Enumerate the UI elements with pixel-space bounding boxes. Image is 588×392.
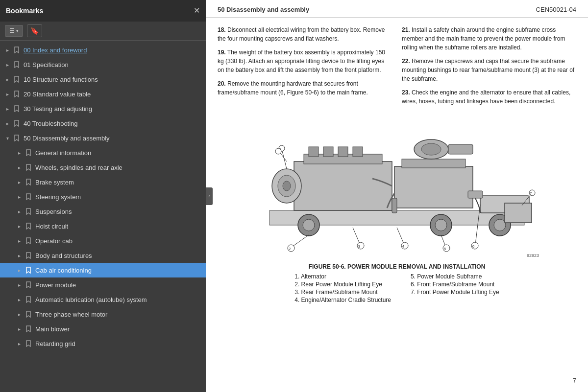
sidebar-item-50-gen[interactable]: General information (0, 145, 206, 160)
nav-item-label: 01 Specification (24, 61, 202, 69)
sidebar-item-50[interactable]: 50 Disassembly and assembly (0, 131, 206, 145)
sidebar-item-50-suspensions[interactable]: Suspensions (0, 204, 206, 219)
nav-item-label: Suspensions (35, 208, 202, 215)
bookmark-icon (24, 340, 32, 347)
sidebar: Bookmarks ✕ ☰ ▾ 🔖 00 Index and foreword0… (0, 0, 206, 392)
chevron-icon (4, 92, 11, 97)
chevron-icon (16, 238, 23, 244)
doc-body: 18. Disconnect all electrical wiring fro… (206, 18, 588, 118)
sidebar-item-10[interactable]: 10 Structure and functions (0, 72, 206, 87)
list-view-button[interactable]: ☰ ▾ (5, 25, 23, 37)
sidebar-item-50-wheels[interactable]: Wheels, spindles and rear axle (0, 160, 206, 175)
chevron-icon (16, 224, 23, 229)
nav-item-label: Main blower (35, 325, 202, 333)
bookmark-icon (24, 193, 32, 200)
svg-point-23 (494, 219, 506, 231)
figure-drawing: 1 7 2 (255, 122, 539, 259)
doc-item-text: Disconnect all electrical wiring from th… (218, 26, 385, 42)
sidebar-item-50-brake[interactable]: Brake system (0, 175, 206, 189)
nav-item-label: 40 Troubleshooting (24, 120, 202, 127)
svg-line-34 (353, 228, 360, 245)
sidebar-item-50-mainblower[interactable]: Main blower (0, 322, 206, 336)
doc-item-text: Check the engine and the alternator to e… (402, 89, 570, 105)
sidebar-item-20[interactable]: 20 Standard value table (0, 87, 206, 101)
sidebar-item-50-body[interactable]: Body and structures (0, 248, 206, 263)
nav-item-label: 20 Standard value table (24, 91, 202, 98)
sidebar-title: Bookmarks (6, 7, 43, 15)
doc-item-text: Install a safety chain around the engine… (402, 26, 565, 51)
chevron-icon (4, 62, 11, 68)
nav-item-label: 00 Index and foreword (24, 46, 202, 54)
nav-item-label: Brake system (35, 179, 202, 186)
nav-item-label: Three phase wheel motor (35, 311, 202, 318)
chevron-icon (16, 150, 23, 156)
legend-col-right: 5. Power Module Subframe6. Front Frame/S… (411, 273, 499, 304)
sidebar-item-50-steering[interactable]: Steering system (0, 189, 206, 204)
nav-item-label: Operator cab (35, 237, 202, 245)
sidebar-toolbar: ☰ ▾ 🔖 (0, 22, 206, 41)
doc-item-num: 19. (218, 49, 226, 56)
bookmark-icon (24, 223, 32, 230)
chevron-icon (16, 326, 23, 332)
chevron-icon (16, 194, 23, 200)
nav-item-label: 30 Testing and adjusting (24, 105, 202, 113)
svg-point-9 (283, 181, 291, 191)
legend-item: 2. Rear Power Module Lifting Eye (294, 281, 391, 288)
svg-rect-13 (394, 166, 473, 208)
doc-item: 22. Remove the capscrews and caps that s… (402, 57, 576, 83)
svg-text:5: 5 (444, 247, 446, 251)
chevron-icon (16, 165, 23, 170)
svg-line-37 (397, 228, 404, 245)
nav-item-label: Hoist circuit (35, 223, 202, 230)
legend-col-left: 1. Alternator2. Rear Power Module Liftin… (294, 273, 391, 304)
bookmark-icon-button[interactable]: 🔖 (27, 24, 42, 37)
chevron-icon (16, 297, 23, 302)
doc-item-num: 20. (218, 80, 226, 87)
bookmark-icon (24, 252, 32, 259)
sidebar-item-50-opcab[interactable]: Operator cab (0, 233, 206, 248)
svg-rect-4 (323, 147, 333, 157)
sidebar-item-50-retarding[interactable]: Retarding grid (0, 336, 206, 351)
nav-item-label: Steering system (35, 193, 202, 201)
nav-item-label: Cab air conditioning (35, 267, 202, 274)
sidebar-item-00[interactable]: 00 Index and foreword (0, 43, 206, 57)
svg-rect-3 (309, 147, 318, 157)
doc-item-num: 23. (402, 89, 410, 96)
bookmark-icon (13, 46, 21, 53)
main-content: 50 Disassembly and assembly CEN50021-04 … (206, 0, 588, 392)
sidebar-item-40[interactable]: 40 Troubleshooting (0, 116, 206, 131)
collapse-sidebar-button[interactable]: ‹ (206, 187, 213, 205)
svg-text:3: 3 (358, 244, 361, 249)
svg-point-16 (421, 143, 441, 155)
bookmark-icon (24, 179, 32, 185)
sidebar-item-50-cab-ac[interactable]: Cab air conditioning (0, 263, 206, 277)
doc-item: 19. The weight of the battery box assemb… (218, 48, 392, 74)
legend-item: 1. Alternator (294, 273, 391, 280)
svg-line-31 (292, 235, 309, 247)
sidebar-item-30[interactable]: 30 Testing and adjusting (0, 101, 206, 116)
doc-item: 23. Check the engine and the alternator … (402, 88, 576, 106)
chevron-icon (4, 106, 11, 112)
nav-item-label: Power module (35, 281, 202, 289)
nav-item-label: Body and structures (35, 252, 202, 259)
sidebar-item-50-threephase[interactable]: Three phase wheel motor (0, 307, 206, 322)
svg-text:92923: 92923 (527, 253, 539, 258)
bookmark-icon (13, 120, 21, 127)
sidebar-item-01[interactable]: 01 Specification (0, 57, 206, 72)
doc-item: 20. Remove the mounting hardware that se… (218, 79, 392, 97)
sidebar-item-50-hoist[interactable]: Hoist circuit (0, 219, 206, 233)
chevron-icon (4, 136, 11, 141)
sidebar-header: Bookmarks ✕ (0, 0, 206, 22)
legend-item: 7. Front Power Module Lifting Eye (411, 289, 499, 296)
svg-rect-14 (402, 159, 466, 168)
bookmark-icon (24, 267, 32, 274)
close-button[interactable]: ✕ (194, 7, 200, 15)
doc-ref-code: CEN50021-04 (536, 6, 576, 13)
doc-section-title: 50 Disassembly and assembly (218, 6, 309, 13)
legend-item: 4. Engine/Alternator Cradle Structure (294, 297, 391, 303)
figure-caption: FIGURE 50-6. POWER MODULE REMOVAL AND IN… (218, 263, 576, 270)
svg-text:4: 4 (402, 244, 405, 249)
bookmark-icon (13, 105, 21, 112)
sidebar-item-50-autolube[interactable]: Automatic lubrication (autolube) system (0, 292, 206, 307)
sidebar-item-50-power[interactable]: Power module (0, 277, 206, 292)
